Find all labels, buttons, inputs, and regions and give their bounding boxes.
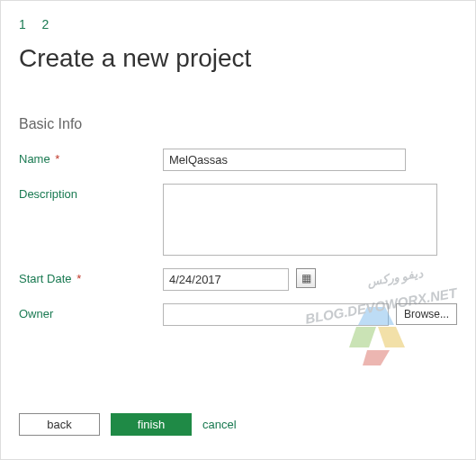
page-title: Create a new project: [19, 44, 457, 73]
row-start-date: Start Date * ▦: [19, 268, 457, 291]
calendar-icon: ▦: [301, 273, 311, 284]
svg-marker-1: [349, 327, 376, 347]
name-input[interactable]: [163, 149, 406, 171]
browse-button[interactable]: Browse...: [396, 303, 457, 325]
svg-marker-3: [363, 350, 390, 365]
required-mark: *: [55, 152, 59, 166]
section-title: Basic Info: [19, 116, 457, 132]
finish-button[interactable]: finish: [111, 413, 192, 436]
wizard-steps: 1 2: [19, 17, 457, 32]
label-name: Name *: [19, 149, 163, 166]
row-owner: Owner Browse...: [19, 303, 457, 326]
button-bar: back finish cancel: [19, 413, 237, 436]
label-name-text: Name: [19, 152, 50, 166]
start-date-input[interactable]: [163, 268, 289, 291]
step-2[interactable]: 2: [41, 17, 49, 32]
label-start-date: Start Date *: [19, 268, 163, 285]
row-name: Name *: [19, 149, 457, 171]
cancel-link[interactable]: cancel: [202, 418, 237, 431]
required-mark: *: [76, 272, 81, 285]
description-input[interactable]: [163, 184, 437, 256]
owner-input[interactable]: [163, 303, 389, 326]
svg-marker-2: [378, 327, 405, 347]
step-1[interactable]: 1: [19, 17, 26, 32]
date-picker-button[interactable]: ▦: [296, 268, 316, 288]
back-button[interactable]: back: [19, 413, 100, 436]
label-start-date-text: Start Date: [19, 272, 72, 285]
label-description: Description: [19, 184, 163, 201]
row-description: Description: [19, 184, 457, 256]
label-owner: Owner: [19, 303, 163, 320]
